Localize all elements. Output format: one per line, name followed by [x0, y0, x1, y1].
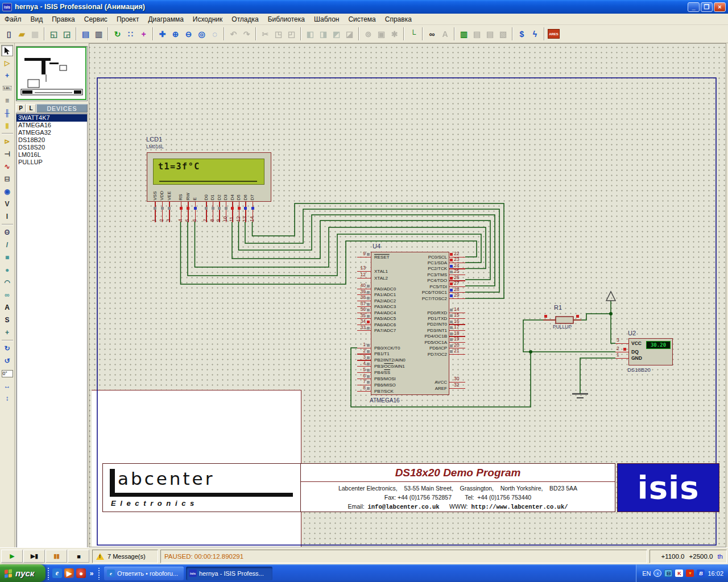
text-script-tool-icon[interactable]: ≡: [1, 95, 13, 106]
device-item-DS18S20[interactable]: DS18S20: [16, 144, 87, 151]
resistor-body[interactable]: [556, 317, 573, 323]
library-button[interactable]: L: [26, 104, 36, 113]
toggle-grid-icon[interactable]: ∷: [124, 27, 137, 40]
bus-tool-icon[interactable]: ╫: [1, 107, 13, 119]
device-pin-tool-icon[interactable]: ⊣: [1, 148, 13, 160]
network-icon[interactable]: ⊟: [664, 569, 672, 577]
open-file-icon[interactable]: ▰: [15, 27, 28, 40]
maximize-button[interactable]: ❐: [701, 2, 713, 12]
device-item-ATMEGA32[interactable]: ATMEGA32: [16, 129, 87, 136]
browser-icon[interactable]: ●: [76, 568, 86, 578]
2d-marker-tool-icon[interactable]: +: [1, 327, 13, 338]
2d-line-tool-icon[interactable]: /: [1, 239, 13, 251]
menu-item-8[interactable]: Библиотека: [263, 14, 309, 24]
mirror-v-icon[interactable]: ↕: [1, 393, 13, 404]
tape-recorder-tool-icon[interactable]: ⊟: [1, 173, 13, 185]
overview-minimap[interactable]: [16, 46, 88, 101]
device-item-LM016L[interactable]: LM016L: [16, 151, 87, 159]
wire-label-tool-icon[interactable]: LBL: [1, 82, 13, 94]
menu-item-10[interactable]: Система: [344, 14, 380, 24]
2d-box-tool-icon[interactable]: ■: [1, 252, 13, 263]
kaspersky-icon[interactable]: K: [675, 569, 683, 577]
coord-y: +2500.0: [689, 553, 713, 560]
print-icon[interactable]: ▤: [79, 27, 92, 40]
device-item-DS18B20[interactable]: DS18B20: [16, 136, 87, 144]
step-button[interactable]: ▶▮: [23, 550, 45, 563]
instrument-tool-icon[interactable]: Θ: [1, 227, 13, 238]
device-list[interactable]: 3WATT4K7ATMEGA16ATMEGA32DS18B20DS18S20LM…: [16, 113, 88, 582]
zoom-out-icon[interactable]: ⊖: [182, 27, 195, 40]
stop-button[interactable]: ■: [68, 550, 89, 563]
current-probe-tool-icon[interactable]: I: [1, 211, 13, 222]
ie-quicklaunch-icon[interactable]: e: [52, 568, 62, 578]
new-file-icon[interactable]: ▯: [2, 27, 15, 40]
pan-icon[interactable]: ✚: [156, 27, 169, 40]
toolbar-handle[interactable]: [98, 567, 100, 580]
rotation-angle-input[interactable]: 0°: [2, 370, 13, 377]
electrical-rules-check-icon[interactable]: ϟ: [528, 27, 541, 40]
wire-autorouter-icon[interactable]: └: [407, 27, 420, 40]
2d-path-tool-icon[interactable]: ∞: [1, 289, 13, 301]
task-button-isis[interactable]: isis hernya - ISIS Profess...: [186, 567, 272, 580]
minimize-button[interactable]: _: [688, 2, 700, 12]
rotate-ccw-icon[interactable]: ↺: [1, 355, 13, 367]
component-tool-icon[interactable]: ▷: [1, 57, 13, 69]
voltage-probe-tool-icon[interactable]: V: [1, 198, 13, 210]
menu-item-5[interactable]: Диаграмма: [143, 14, 188, 24]
language-indicator[interactable]: EN: [642, 570, 651, 577]
device-item-3WATT4K7[interactable]: 3WATT4K7: [16, 114, 87, 122]
menu-item-11[interactable]: Справка: [380, 14, 416, 24]
close-button[interactable]: ×: [714, 2, 726, 12]
zoom-in-icon[interactable]: ⊕: [169, 27, 182, 40]
download-manager-icon[interactable]: ▼: [686, 569, 694, 577]
play-button[interactable]: ▶: [1, 550, 23, 563]
zoom-area-icon[interactable]: ◌: [208, 27, 221, 40]
search-tag-icon[interactable]: ∞: [425, 27, 439, 40]
junction-tool-icon[interactable]: +: [1, 70, 13, 81]
menu-item-1[interactable]: Вид: [26, 14, 48, 24]
mark-output-area-icon[interactable]: ▥: [92, 27, 105, 40]
media-player-icon[interactable]: ▶: [64, 568, 74, 578]
mirror-h-icon[interactable]: ↔: [1, 380, 13, 392]
2d-symbol-tool-icon[interactable]: S: [1, 314, 13, 326]
menu-item-3[interactable]: Сервис: [80, 14, 112, 24]
menu-item-2[interactable]: Правка: [47, 14, 80, 24]
start-button[interactable]: пуск: [0, 564, 46, 582]
2d-arc-tool-icon[interactable]: ◠: [1, 277, 13, 288]
menu-item-0[interactable]: Файл: [0, 14, 26, 24]
quicklaunch-more-icon[interactable]: »: [88, 568, 95, 578]
task-button-browser[interactable]: e Ответить • roboforu...: [104, 567, 184, 580]
rotate-cw-icon[interactable]: ↻: [1, 343, 13, 354]
netlist-to-ares-icon[interactable]: ARES: [547, 27, 560, 40]
graph-tool-icon[interactable]: ∿: [1, 161, 13, 172]
subcircuit-tool-icon[interactable]: ▮: [1, 120, 13, 131]
design-explorer-icon[interactable]: ▥: [457, 27, 470, 40]
generator-tool-icon[interactable]: ◉: [1, 186, 13, 197]
menu-item-6[interactable]: Исходник: [188, 14, 227, 24]
angle-input-icon[interactable]: 0°: [1, 368, 13, 379]
2d-circle-tool-icon[interactable]: ●: [1, 264, 13, 276]
bluetooth-icon[interactable]: B: [697, 569, 705, 577]
toolbar-handle[interactable]: [47, 567, 49, 580]
menu-item-7[interactable]: Отладка: [227, 14, 263, 24]
origin-icon[interactable]: +: [137, 27, 150, 40]
menu-item-9[interactable]: Шаблон: [309, 14, 344, 24]
pause-button[interactable]: ▮▮: [46, 550, 67, 563]
device-item-ATMEGA16[interactable]: ATMEGA16: [16, 122, 87, 129]
menu-item-4[interactable]: Проект: [112, 14, 144, 24]
pick-parts-button[interactable]: P: [16, 104, 26, 113]
import-section-icon[interactable]: ◱: [47, 27, 60, 40]
zoom-all-icon[interactable]: ◎: [195, 27, 208, 40]
ground-terminal[interactable]: [572, 394, 588, 398]
redraw-icon[interactable]: ↻: [111, 27, 124, 40]
export-section-icon[interactable]: ◲: [60, 27, 73, 40]
message-indicator[interactable]: 7 Message(s): [92, 550, 158, 563]
bill-of-materials-icon[interactable]: $: [515, 27, 528, 40]
mcu-pin-number: 16: [454, 319, 471, 324]
device-item-PULLUP[interactable]: PULLUP: [16, 159, 87, 166]
selection-tool-icon[interactable]: [1, 45, 13, 56]
vcc-power-terminal[interactable]: [606, 292, 615, 301]
terminal-tool-icon[interactable]: ⊳: [1, 136, 13, 147]
2d-text-tool-icon[interactable]: A: [1, 302, 13, 313]
hide-icons-icon[interactable]: ‹: [653, 569, 661, 577]
